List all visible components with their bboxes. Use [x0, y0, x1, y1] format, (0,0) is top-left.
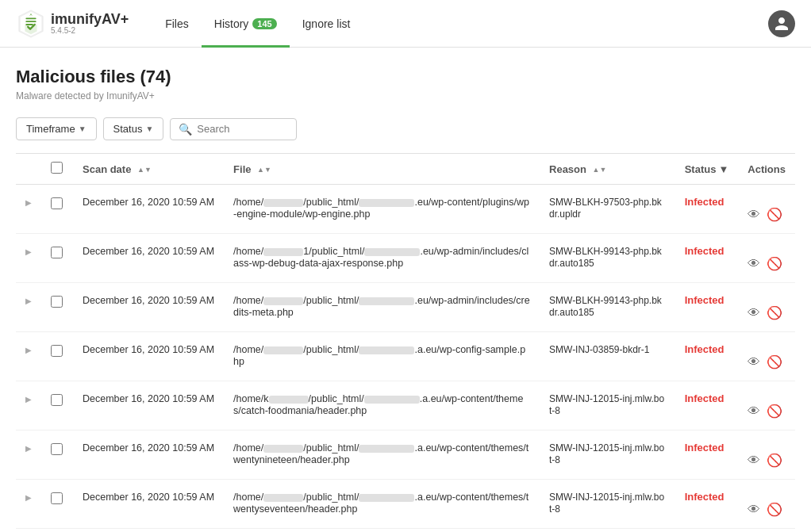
- scan-date-value: December 16, 2020 10:59 AM: [83, 197, 214, 208]
- scan-date-value: December 16, 2020 10:59 AM: [83, 442, 214, 454]
- row-expand-icon[interactable]: ▶: [25, 346, 32, 354]
- expand-cell[interactable]: ▶: [16, 234, 41, 283]
- row-checkbox[interactable]: [51, 492, 63, 504]
- hide-icon[interactable]: 🚫: [767, 256, 782, 271]
- nav-item-ignore-list[interactable]: Ignore list: [290, 0, 363, 48]
- hide-icon[interactable]: 🚫: [767, 404, 782, 419]
- scan-date-cell: December 16, 2020 10:59 AM: [73, 480, 224, 529]
- expand-cell[interactable]: ▶: [16, 283, 41, 332]
- row-checkbox[interactable]: [51, 345, 63, 357]
- reason-cell: SMW-BLKH-97503-php.bkdr.upldr: [540, 185, 675, 234]
- scan-date-cell: December 16, 2020 10:59 AM: [73, 234, 224, 283]
- hide-icon[interactable]: 🚫: [767, 305, 782, 320]
- th-status[interactable]: Status ▼: [675, 154, 739, 185]
- reason-cell: SMW-BLKH-99143-php.bkdr.auto185: [540, 283, 675, 332]
- search-box: 🔍: [170, 118, 297, 140]
- expand-cell[interactable]: ▶: [16, 185, 41, 234]
- expand-cell[interactable]: ▶: [16, 332, 41, 381]
- scan-date-value: December 16, 2020 10:59 AM: [83, 344, 214, 355]
- actions-cell: 👁 🚫: [738, 234, 795, 283]
- th-scan-date[interactable]: Scan date ▲▼: [73, 154, 224, 185]
- row-expand-icon[interactable]: ▶: [25, 297, 32, 305]
- user-avatar[interactable]: [768, 10, 795, 37]
- row-expand-icon[interactable]: ▶: [25, 247, 32, 256]
- expand-cell[interactable]: ▶: [16, 431, 41, 480]
- timeframe-filter[interactable]: Timeframe ▼: [16, 117, 97, 140]
- logo-text: imunifyAV+ 5.4.5-2: [51, 12, 129, 35]
- header-right: [768, 10, 795, 37]
- table-row: ▶ December 16, 2020 10:59 AM /home/k/pub…: [16, 381, 795, 431]
- select-all-checkbox[interactable]: [51, 162, 63, 174]
- toolbar: Timeframe ▼ Status ▼ 🔍: [16, 117, 795, 140]
- scan-date-value: December 16, 2020 10:59 AM: [83, 246, 214, 257]
- logo-version: 5.4.5-2: [51, 26, 129, 35]
- view-icon[interactable]: 👁: [748, 257, 760, 271]
- th-file[interactable]: File ▲▼: [224, 154, 540, 185]
- row-expand-icon[interactable]: ▶: [25, 395, 32, 404]
- hide-icon[interactable]: 🚫: [767, 207, 782, 222]
- user-icon: [774, 16, 790, 32]
- row-checkbox[interactable]: [51, 443, 63, 455]
- view-icon[interactable]: 👁: [748, 454, 760, 468]
- expand-cell[interactable]: ▶: [16, 529, 41, 533]
- checkbox-cell: [41, 381, 73, 431]
- expand-cell[interactable]: ▶: [16, 381, 41, 431]
- row-expand-icon[interactable]: ▶: [25, 444, 32, 453]
- reason-value: SMW-BLKH-99143-php.bkdr.auto185: [549, 295, 662, 318]
- status-cell: Infected: [675, 431, 739, 480]
- status-value: Infected: [685, 245, 725, 257]
- file-path: /home//public_html/.a.eu/wp-config-sampl…: [233, 344, 525, 367]
- status-dropdown-icon: ▼: [718, 163, 728, 175]
- nav-item-history[interactable]: History 145: [202, 0, 290, 48]
- hide-icon[interactable]: 🚫: [767, 453, 782, 468]
- th-reason[interactable]: Reason ▲▼: [540, 154, 675, 185]
- view-icon[interactable]: 👁: [748, 503, 760, 517]
- reason-value: SMW-BLKH-99143-php.bkdr.auto185: [549, 246, 662, 269]
- hide-icon[interactable]: 🚫: [767, 354, 782, 369]
- status-value: Infected: [685, 442, 725, 454]
- table-row: ▶ December 16, 2020 10:59 AM /home//publ…: [16, 480, 795, 529]
- reason-value: SMW-INJ-12015-inj.mlw.bot-8: [549, 393, 664, 416]
- logo: imunifyAV+ 5.4.5-2: [16, 9, 129, 39]
- svg-rect-5: [25, 24, 33, 25]
- reason-cell: SMW-INJ-12015-inj.mlw.bot-8: [540, 529, 675, 533]
- row-checkbox[interactable]: [51, 394, 63, 406]
- view-icon[interactable]: 👁: [748, 404, 760, 419]
- nav-item-files[interactable]: Files: [152, 0, 202, 48]
- actions-cell: 👁 🚫: [738, 283, 795, 332]
- row-checkbox[interactable]: [51, 247, 63, 258]
- view-icon[interactable]: 👁: [748, 306, 760, 320]
- actions-cell: 👁 🚫: [738, 529, 795, 533]
- status-filter[interactable]: Status ▼: [103, 117, 164, 140]
- reason-cell: SMW-INJ-12015-inj.mlw.bot-8: [540, 480, 675, 529]
- row-expand-icon[interactable]: ▶: [25, 493, 32, 502]
- reason-cell: SMW-INJ-03859-bkdr-1: [540, 332, 675, 381]
- actions-cell: 👁 🚫: [738, 381, 795, 431]
- view-icon[interactable]: 👁: [748, 355, 760, 369]
- files-table-wrap: Scan date ▲▼ File ▲▼ Reason ▲▼ Status: [16, 153, 795, 532]
- header: imunifyAV+ 5.4.5-2 Files History 145 Ign…: [0, 0, 811, 48]
- status-cell: Infected: [675, 283, 739, 332]
- svg-rect-4: [25, 21, 36, 22]
- logo-title: imunifyAV+: [51, 12, 129, 26]
- file-cell: /home//public_html/.a.eu/wp-config-sampl…: [224, 332, 540, 381]
- status-value: Infected: [685, 294, 725, 306]
- checkbox-cell: [41, 283, 73, 332]
- expand-cell[interactable]: ▶: [16, 480, 41, 529]
- view-icon[interactable]: 👁: [748, 208, 760, 222]
- search-input[interactable]: [197, 123, 288, 135]
- row-checkbox[interactable]: [51, 197, 63, 209]
- actions-cell: 👁 🚫: [738, 332, 795, 381]
- row-checkbox[interactable]: [51, 296, 63, 308]
- file-path: /home/k/public_html/.a.eu/wp-content/the…: [233, 393, 523, 416]
- file-path: /home//public_html/.a.eu/wp-content/them…: [233, 492, 528, 515]
- hide-icon[interactable]: 🚫: [767, 502, 782, 517]
- table-row: ▶ December 16, 2020 10:59 AM /home//publ…: [16, 185, 795, 234]
- status-cell: Infected: [675, 185, 739, 234]
- reason-cell: SMW-INJ-12015-inj.mlw.bot-8: [540, 431, 675, 480]
- main-nav: Files History 145 Ignore list: [152, 0, 768, 48]
- reason-value: SMW-INJ-12015-inj.mlw.bot-8: [549, 492, 664, 515]
- scan-date-cell: December 16, 2020 10:59 AM: [73, 185, 224, 234]
- row-expand-icon[interactable]: ▶: [25, 198, 32, 207]
- actions-cell: 👁 🚫: [738, 480, 795, 529]
